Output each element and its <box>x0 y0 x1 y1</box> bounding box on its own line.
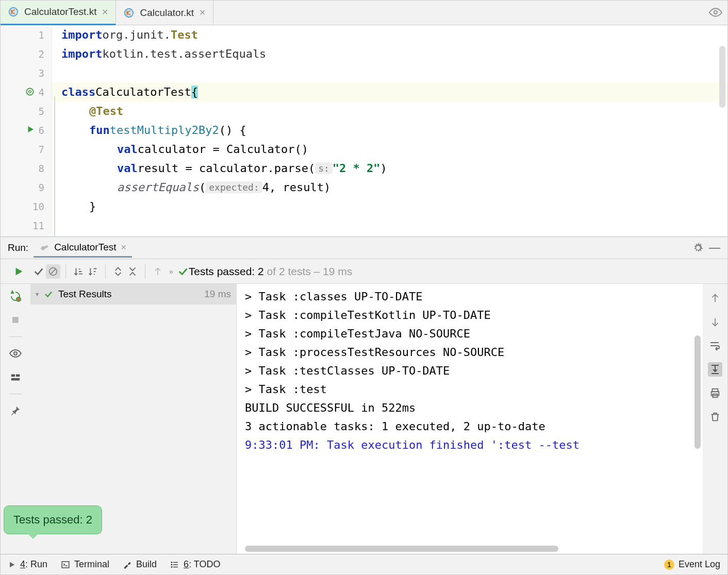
svg-point-8 <box>14 352 17 355</box>
disabled-icon[interactable] <box>46 264 60 279</box>
sort-icon[interactable] <box>71 264 86 279</box>
watch-icon[interactable] <box>8 346 23 361</box>
close-icon[interactable]: ✕ <box>121 243 127 251</box>
svg-rect-15 <box>62 562 69 568</box>
check-icon[interactable] <box>31 264 46 279</box>
svg-point-3 <box>26 88 33 95</box>
soft-wrap-icon[interactable] <box>708 339 722 353</box>
editor-scrollbar[interactable] <box>719 46 725 108</box>
svg-point-0 <box>9 8 18 16</box>
gradle-icon <box>39 242 50 253</box>
run-class-icon[interactable] <box>25 87 35 97</box>
svg-point-1 <box>125 8 134 17</box>
scroll-to-end-icon[interactable] <box>708 362 722 377</box>
check-icon <box>177 266 189 277</box>
console-scrollbar-v[interactable] <box>694 335 701 449</box>
console-line: 9:33:01 PM: Task execution finished ':te… <box>245 435 694 454</box>
console-line: 3 actionable tasks: 1 executed, 2 up-to-… <box>245 417 694 435</box>
layout-icon[interactable] <box>8 370 23 384</box>
collapse-all-icon[interactable] <box>125 264 140 279</box>
svg-rect-11 <box>11 378 20 381</box>
rerun-icon[interactable] <box>11 264 26 279</box>
param-hint: expected: <box>206 181 262 193</box>
run-label: Run: <box>8 242 28 253</box>
run-panel-header: Run: CalculatorTest ✕ — <box>1 236 727 259</box>
svg-line-5 <box>51 268 56 274</box>
play-icon <box>8 561 16 569</box>
svg-point-19 <box>171 562 172 563</box>
kotlin-file-icon <box>123 7 135 19</box>
terminal-icon <box>61 560 70 569</box>
console-line: > Task :classes UP-TO-DATE <box>245 287 694 306</box>
expand-all-icon[interactable] <box>111 264 125 279</box>
run-test-icon[interactable] <box>26 125 35 134</box>
inspections-eye-icon[interactable] <box>709 6 722 19</box>
console-scrollbar-h[interactable] <box>245 546 558 552</box>
svg-point-6 <box>16 297 21 301</box>
overflow-icon[interactable]: » <box>165 267 177 276</box>
param-hint: s: <box>315 162 333 174</box>
editor-tabbar: CalculatorTest.kt ✕ Calculator.kt ✕ <box>1 1 727 25</box>
hide-panel-icon[interactable]: — <box>709 241 720 255</box>
bottom-run[interactable]: 4: Run <box>8 559 47 570</box>
svg-point-21 <box>171 566 172 567</box>
code-editor[interactable]: 1 2 3 4 5 6 7 8 9 10 11 import org.junit… <box>1 25 727 236</box>
list-icon <box>170 560 179 569</box>
close-icon[interactable]: ✕ <box>199 8 206 18</box>
console-line: > Task :processTestResources NO-SOURCE <box>245 343 694 361</box>
tab-label: Calculator.kt <box>140 7 194 19</box>
bottom-terminal[interactable]: Terminal <box>61 559 109 570</box>
tab-calculator[interactable]: Calculator.kt ✕ <box>116 1 213 25</box>
tab-label: CalculatorTest.kt <box>24 6 96 18</box>
kotlin-file-icon <box>8 6 19 18</box>
warning-badge: 1 <box>664 560 674 570</box>
code-area[interactable]: import org.junit.Test import kotlin.test… <box>52 25 727 236</box>
bottom-toolbar: 4: Run Terminal Build 6: TODO 1 Event Lo… <box>1 554 727 574</box>
console-line: BUILD SUCCESSFUL in 522ms <box>245 398 694 417</box>
check-icon <box>44 290 53 299</box>
stop-icon[interactable] <box>8 313 23 327</box>
gear-icon[interactable] <box>692 242 704 253</box>
svg-point-20 <box>171 564 172 565</box>
prev-failed-icon[interactable] <box>151 264 165 279</box>
trash-icon[interactable] <box>708 410 722 424</box>
hammer-icon <box>123 560 132 569</box>
chevron-down-icon[interactable]: ▾ <box>36 291 39 298</box>
console-line: > Task :testClasses UP-TO-DATE <box>245 361 694 380</box>
sort-time-icon[interactable] <box>86 264 100 279</box>
run-toolbar: » Tests passed: 2 of 2 tests – 19 ms <box>1 259 727 284</box>
bottom-todo[interactable]: 6: TODO <box>170 559 220 570</box>
down-icon[interactable] <box>708 315 722 329</box>
bottom-event-log[interactable]: 1 Event Log <box>664 559 720 570</box>
console-line: > Task :compileTestKotlin UP-TO-DATE <box>245 306 694 324</box>
svg-point-2 <box>714 11 718 14</box>
svg-rect-9 <box>11 375 15 377</box>
indent-guide <box>54 96 55 236</box>
rerun-failed-icon[interactable] <box>8 289 23 303</box>
test-results-row[interactable]: ▾ Test Results 19 ms <box>30 284 236 305</box>
print-icon[interactable] <box>708 386 722 400</box>
svg-rect-7 <box>12 317 19 323</box>
up-icon[interactable] <box>708 291 722 306</box>
pin-icon[interactable] <box>8 403 23 418</box>
editor-gutter: 1 2 3 4 5 6 7 8 9 10 11 <box>1 25 52 236</box>
run-tab[interactable]: CalculatorTest ✕ <box>34 239 131 258</box>
console-output[interactable]: > Task :classes UP-TO-DATE > Task :compi… <box>237 284 703 554</box>
test-status-text: Tests passed: 2 of 2 tests – 19 ms <box>189 265 353 278</box>
tab-calculatortest[interactable]: CalculatorTest.kt ✕ <box>1 1 116 25</box>
console-line: > Task :test <box>245 380 694 398</box>
close-icon[interactable]: ✕ <box>102 7 108 17</box>
console-line: > Task :compileTestJava NO-SOURCE <box>245 324 694 343</box>
console-right-toolbar <box>703 284 727 554</box>
bottom-build[interactable]: Build <box>123 559 157 570</box>
svg-rect-10 <box>16 375 20 377</box>
tests-passed-popup: Tests passed: 2 <box>4 505 102 534</box>
